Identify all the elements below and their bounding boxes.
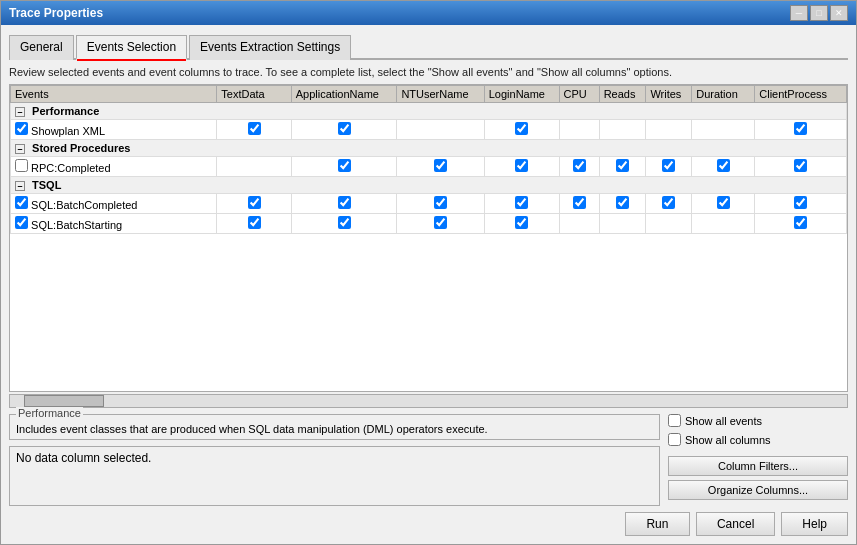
event-name-showplan: Showplan XML bbox=[11, 120, 217, 140]
tab-events-extraction-label: Events Extraction Settings bbox=[200, 40, 340, 54]
bottom-panels: Performance Includes event classes that … bbox=[9, 414, 848, 506]
col-ntusername: NTUserName bbox=[397, 86, 484, 103]
event-name-batchcompleted: SQL:BatchCompleted bbox=[11, 194, 217, 214]
clientprocess-batchstarting[interactable] bbox=[794, 216, 807, 229]
scrollbar-thumb[interactable] bbox=[24, 395, 104, 407]
organize-columns-button[interactable]: Organize Columns... bbox=[668, 480, 848, 500]
appname-showplan[interactable] bbox=[338, 122, 351, 135]
horizontal-scrollbar[interactable] bbox=[9, 394, 848, 408]
trace-properties-window: Trace Properties ─ □ ✕ General Events Se… bbox=[0, 0, 857, 545]
column-filters-button[interactable]: Column Filters... bbox=[668, 456, 848, 476]
table-row: SQL:BatchCompleted bbox=[11, 194, 847, 214]
col-duration: Duration bbox=[692, 86, 755, 103]
table-row: RPC:Completed bbox=[11, 157, 847, 177]
col-appname: ApplicationName bbox=[291, 86, 397, 103]
show-all-columns-checkbox[interactable] bbox=[668, 433, 681, 446]
cancel-button[interactable]: Cancel bbox=[696, 512, 775, 536]
maximize-button[interactable]: □ bbox=[810, 5, 828, 21]
info-panel: Performance Includes event classes that … bbox=[9, 414, 660, 440]
clientprocess-batchcompleted[interactable] bbox=[794, 196, 807, 209]
tab-events-selection[interactable]: Events Selection bbox=[76, 35, 187, 60]
show-all-events-checkbox[interactable] bbox=[668, 414, 681, 427]
group-stored-procedures-label: Stored Procedures bbox=[32, 142, 130, 154]
event-name-batchstarting: SQL:BatchStarting bbox=[11, 214, 217, 234]
tab-general-label: General bbox=[20, 40, 63, 54]
tab-bar: General Events Selection Events Extracti… bbox=[9, 33, 848, 60]
cpu-batchcompleted[interactable] bbox=[573, 196, 586, 209]
col-reads: Reads bbox=[599, 86, 646, 103]
group-performance-label: Performance bbox=[32, 105, 99, 117]
events-table: Events TextData ApplicationName NTUserNa… bbox=[10, 85, 847, 234]
event-check-batchstarting[interactable] bbox=[15, 216, 28, 229]
col-events: Events bbox=[11, 86, 217, 103]
right-panels: Show all events Show all columns Column … bbox=[668, 414, 848, 506]
event-check-batchcompleted[interactable] bbox=[15, 196, 28, 209]
description-text: Review selected events and event columns… bbox=[9, 66, 848, 78]
ntusername-rpc[interactable] bbox=[434, 159, 447, 172]
no-data-panel: No data column selected. bbox=[9, 446, 660, 506]
textdata-showplan[interactable] bbox=[248, 122, 261, 135]
textdata-batchcompleted[interactable] bbox=[248, 196, 261, 209]
group-performance-expand[interactable]: – bbox=[15, 107, 25, 117]
table-header-row: Events TextData ApplicationName NTUserNa… bbox=[11, 86, 847, 103]
tab-events-selection-label: Events Selection bbox=[87, 40, 176, 54]
group-tsql-expand[interactable]: – bbox=[15, 181, 25, 191]
table-row: SQL:BatchStarting bbox=[11, 214, 847, 234]
title-bar: Trace Properties ─ □ ✕ bbox=[1, 1, 856, 25]
footer-buttons: Run Cancel Help bbox=[9, 512, 848, 536]
info-panel-title: Performance bbox=[16, 407, 83, 419]
col-textdata: TextData bbox=[217, 86, 291, 103]
group-stored-procedures: – Stored Procedures bbox=[11, 140, 847, 157]
cpu-rpc[interactable] bbox=[573, 159, 586, 172]
group-performance: – Performance bbox=[11, 103, 847, 120]
table-row: Showplan XML bbox=[11, 120, 847, 140]
clientprocess-rpc[interactable] bbox=[794, 159, 807, 172]
col-clientprocess: ClientProcess bbox=[755, 86, 847, 103]
loginname-showplan[interactable] bbox=[515, 122, 528, 135]
info-panel-description: Includes event classes that are produced… bbox=[16, 423, 653, 435]
group-tsql-label: TSQL bbox=[32, 179, 61, 191]
group-stored-procedures-expand[interactable]: – bbox=[15, 144, 25, 154]
title-bar-buttons: ─ □ ✕ bbox=[790, 5, 848, 21]
ntusername-batchcompleted[interactable] bbox=[434, 196, 447, 209]
event-name-rpc: RPC:Completed bbox=[11, 157, 217, 177]
appname-batchcompleted[interactable] bbox=[338, 196, 351, 209]
writes-rpc[interactable] bbox=[662, 159, 675, 172]
duration-rpc[interactable] bbox=[717, 159, 730, 172]
col-cpu: CPU bbox=[559, 86, 599, 103]
group-tsql: – TSQL bbox=[11, 177, 847, 194]
show-all-columns-option: Show all columns bbox=[668, 433, 848, 446]
writes-batchcompleted[interactable] bbox=[662, 196, 675, 209]
clientprocess-showplan[interactable] bbox=[794, 122, 807, 135]
show-all-events-option: Show all events bbox=[668, 414, 848, 427]
duration-batchcompleted[interactable] bbox=[717, 196, 730, 209]
close-button[interactable]: ✕ bbox=[830, 5, 848, 21]
col-writes: Writes bbox=[646, 86, 692, 103]
tab-general[interactable]: General bbox=[9, 35, 74, 60]
appname-rpc[interactable] bbox=[338, 159, 351, 172]
event-check-showplan[interactable] bbox=[15, 122, 28, 135]
col-loginname: LoginName bbox=[484, 86, 559, 103]
window-title: Trace Properties bbox=[9, 6, 103, 20]
reads-batchcompleted[interactable] bbox=[616, 196, 629, 209]
loginname-batchcompleted[interactable] bbox=[515, 196, 528, 209]
textdata-batchstarting[interactable] bbox=[248, 216, 261, 229]
appname-batchstarting[interactable] bbox=[338, 216, 351, 229]
action-buttons: Column Filters... Organize Columns... bbox=[668, 456, 848, 504]
loginname-rpc[interactable] bbox=[515, 159, 528, 172]
show-all-columns-label: Show all columns bbox=[685, 434, 771, 446]
events-table-container[interactable]: Events TextData ApplicationName NTUserNa… bbox=[9, 84, 848, 392]
help-button[interactable]: Help bbox=[781, 512, 848, 536]
window-body: General Events Selection Events Extracti… bbox=[1, 25, 856, 544]
ntusername-batchstarting[interactable] bbox=[434, 216, 447, 229]
left-panels: Performance Includes event classes that … bbox=[9, 414, 660, 506]
no-data-label: No data column selected. bbox=[16, 451, 151, 465]
main-content: Events TextData ApplicationName NTUserNa… bbox=[9, 84, 848, 506]
loginname-batchstarting[interactable] bbox=[515, 216, 528, 229]
reads-rpc[interactable] bbox=[616, 159, 629, 172]
run-button[interactable]: Run bbox=[625, 512, 690, 536]
tab-events-extraction[interactable]: Events Extraction Settings bbox=[189, 35, 351, 60]
show-all-events-label: Show all events bbox=[685, 415, 762, 427]
event-check-rpc[interactable] bbox=[15, 159, 28, 172]
minimize-button[interactable]: ─ bbox=[790, 5, 808, 21]
